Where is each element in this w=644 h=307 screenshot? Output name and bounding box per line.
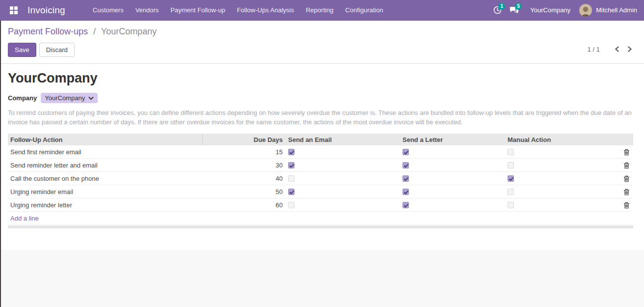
- send-email-checkbox[interactable]: [288, 189, 295, 195]
- record-title: YourCompany: [8, 71, 636, 86]
- delete-row-button[interactable]: [623, 149, 630, 156]
- send-email-checkbox[interactable]: [288, 149, 295, 155]
- send-letter-checkbox[interactable]: [402, 175, 409, 182]
- send-email-checkbox[interactable]: [288, 175, 295, 182]
- control-panel: Payment Follow-ups / YourCompany Save Di…: [0, 21, 644, 64]
- apps-menu-icon[interactable]: [5, 0, 23, 21]
- activity-clock-icon[interactable]: 1: [489, 0, 506, 21]
- followup-level-row: Send reminder letter and email 30: [8, 159, 633, 172]
- menu-customers[interactable]: Customers: [87, 0, 130, 21]
- send-email-checkbox[interactable]: [288, 162, 295, 168]
- pager-value: 1 / 1: [588, 46, 600, 53]
- messages-badge: 5: [515, 3, 522, 10]
- manual-action-checkbox[interactable]: [508, 162, 514, 168]
- activity-badge: 1: [498, 3, 505, 10]
- followup-level-row: Send first reminder email 15: [8, 145, 633, 159]
- chevron-right-icon: [627, 46, 632, 52]
- due-days-cell[interactable]: 30: [203, 159, 286, 172]
- header-delete-column: [619, 134, 633, 145]
- pager: 1 / 1: [588, 43, 636, 55]
- header-send-a-letter[interactable]: Send a Letter: [401, 134, 506, 145]
- chevron-down-icon: [88, 96, 94, 100]
- followup-action-cell[interactable]: Urging reminder letter: [8, 198, 203, 212]
- delete-row-button[interactable]: [623, 189, 630, 195]
- company-select-value: YourCompany: [45, 94, 85, 102]
- company-field-label: Company: [8, 94, 37, 102]
- followup-levels-table: Follow-Up Action Due Days Send an Email …: [8, 134, 633, 228]
- messages-icon-button[interactable]: 5: [506, 0, 522, 21]
- pager-previous-button[interactable]: [611, 43, 623, 55]
- due-days-cell[interactable]: 60: [203, 198, 286, 212]
- chevron-left-icon: [615, 46, 619, 52]
- delete-row-button[interactable]: [623, 202, 630, 209]
- main-menu: Customers Vendors Payment Follow-up Foll…: [87, 0, 389, 21]
- breadcrumb: Payment Follow-ups / YourCompany: [8, 27, 636, 37]
- trash-icon: [623, 202, 630, 209]
- app-name[interactable]: Invoicing: [27, 5, 65, 16]
- apps-grid-icon: [10, 6, 18, 14]
- followup-table-body: Send first reminder email 15 Send remind…: [8, 145, 633, 212]
- menu-vendors[interactable]: Vendors: [130, 0, 165, 21]
- avatar-silhouette: [579, 5, 592, 17]
- form-sheet: YourCompany Company YourCompany To remin…: [0, 64, 644, 250]
- manual-action-checkbox[interactable]: [508, 149, 514, 155]
- company-switcher[interactable]: YourCompany: [530, 6, 570, 14]
- followup-level-row: Urging reminder letter 60: [8, 198, 633, 212]
- header-manual-action[interactable]: Manual Action: [506, 134, 619, 145]
- menu-payment-follow-up[interactable]: Payment Follow-up: [164, 0, 231, 21]
- manual-action-checkbox[interactable]: [508, 189, 514, 195]
- user-name: Mitchell Admin: [596, 6, 637, 14]
- breadcrumb-current: YourCompany: [101, 27, 157, 36]
- add-a-line-link[interactable]: Add a line: [8, 215, 39, 222]
- window-left-edge: [0, 21, 1, 307]
- header-due-days[interactable]: Due Days: [203, 134, 286, 145]
- delete-row-button[interactable]: [623, 175, 630, 182]
- manual-action-checkbox[interactable]: [508, 202, 514, 208]
- followup-action-cell[interactable]: Send reminder letter and email: [8, 159, 203, 172]
- followup-action-cell[interactable]: Urging reminder email: [8, 185, 203, 198]
- due-days-cell[interactable]: 40: [203, 172, 286, 185]
- send-letter-checkbox[interactable]: [402, 189, 409, 195]
- user-menu[interactable]: Mitchell Admin: [579, 4, 637, 17]
- user-avatar: [579, 4, 592, 17]
- company-select[interactable]: YourCompany: [41, 93, 98, 103]
- followup-description: To remind customers of paying their invo…: [8, 108, 636, 127]
- discard-button[interactable]: Discard: [39, 43, 75, 57]
- breadcrumb-separator: /: [93, 27, 96, 36]
- trash-icon: [623, 175, 630, 182]
- send-letter-checkbox[interactable]: [402, 202, 409, 208]
- send-email-checkbox[interactable]: [288, 202, 295, 208]
- menu-reporting[interactable]: Reporting: [300, 0, 339, 21]
- menu-configuration[interactable]: Configuration: [339, 0, 389, 21]
- due-days-cell[interactable]: 15: [203, 145, 286, 159]
- systray: 1 5 YourCompany Mitchell Admin: [489, 0, 637, 21]
- followup-level-row: Urging reminder email 50: [8, 185, 633, 198]
- add-line-row: Add a line: [8, 212, 633, 225]
- header-send-an-email[interactable]: Send an Email: [286, 134, 401, 145]
- followup-action-cell[interactable]: Send first reminder email: [8, 145, 203, 159]
- table-footer-strip: [8, 225, 633, 228]
- followup-level-row: Call the customer on the phone 40: [8, 172, 633, 185]
- menu-follow-ups-analysis[interactable]: Follow-Ups Analysis: [231, 0, 300, 21]
- save-button[interactable]: Save: [8, 43, 36, 57]
- due-days-cell[interactable]: 50: [203, 185, 286, 198]
- pager-next-button[interactable]: [623, 43, 636, 55]
- top-navbar: Invoicing Customers Vendors Payment Foll…: [0, 0, 644, 21]
- send-letter-checkbox[interactable]: [402, 149, 409, 155]
- trash-icon: [623, 189, 630, 195]
- manual-action-checkbox[interactable]: [508, 175, 514, 182]
- trash-icon: [623, 162, 630, 169]
- breadcrumb-parent-link[interactable]: Payment Follow-ups: [8, 27, 88, 36]
- table-header-row: Follow-Up Action Due Days Send an Email …: [8, 134, 633, 145]
- header-follow-up-action[interactable]: Follow-Up Action: [8, 134, 203, 145]
- delete-row-button[interactable]: [623, 162, 630, 169]
- trash-icon: [623, 149, 630, 156]
- followup-action-cell[interactable]: Call the customer on the phone: [8, 172, 203, 185]
- send-letter-checkbox[interactable]: [402, 162, 409, 168]
